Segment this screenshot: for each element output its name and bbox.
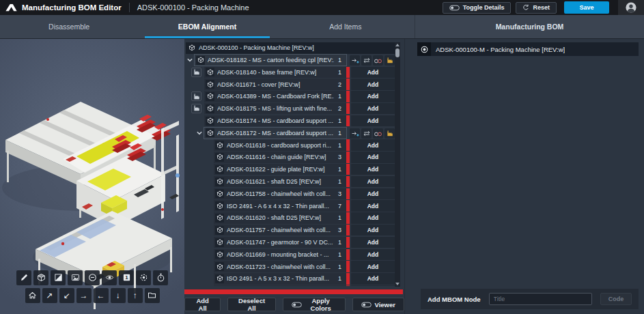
bom-item[interactable]: ADSK-018182 - MS - carton feeding cpl [R…: [195, 55, 346, 66]
mbom-panel: ADSK-000100-M - Packing Machine [REV:w] …: [404, 39, 644, 314]
apply-colors-toggle[interactable]: Apply Colors: [283, 298, 346, 311]
numbered-box-button[interactable]: 1: [119, 270, 134, 285]
arrow-right-button[interactable]: →: [76, 288, 92, 303]
add-button[interactable]: Add: [351, 164, 395, 175]
folder-button[interactable]: [145, 288, 160, 303]
minus-circle-button[interactable]: [85, 270, 100, 285]
add-button[interactable]: Add: [351, 91, 395, 102]
cube-button[interactable]: [33, 270, 48, 285]
bom-item[interactable]: ADSK-011723 - chainwheel with coll...1: [214, 261, 346, 272]
add-button[interactable]: Add: [351, 78, 395, 90]
insert-row-icon[interactable]: [350, 55, 360, 66]
bom-item[interactable]: ADSK-000100 - Packing Machine [REV:w]: [186, 42, 400, 54]
arrow-left-button[interactable]: ←: [94, 288, 109, 303]
part-icon: [215, 141, 224, 149]
tab-ebom-alignment[interactable]: EBOM Alignment: [138, 15, 276, 38]
timer-button[interactable]: [153, 270, 168, 285]
bom-item[interactable]: ADSK-011669 - mounting bracket - ...1: [214, 249, 346, 261]
bom-item[interactable]: ADSK-018172 - MS - cardboard support ...…: [204, 128, 346, 139]
arrow-up-right-button[interactable]: ↗: [42, 288, 57, 303]
arrow-down-button[interactable]: ↓: [111, 288, 126, 303]
bom-item[interactable]: ADSK-011620 - shaft D25 [REV:w]1: [214, 212, 346, 224]
add-button[interactable]: Add: [351, 115, 395, 127]
bom-item-title: ADSK-011758 - chainwheel with coll...: [227, 190, 334, 197]
add-button[interactable]: Add: [351, 249, 395, 261]
add-button[interactable]: Add: [351, 261, 395, 272]
add-button[interactable]: Add: [351, 200, 395, 212]
render-settings-button[interactable]: [136, 270, 151, 285]
add-button[interactable]: Add: [351, 225, 395, 236]
ebom-scrollbar[interactable]: [395, 42, 400, 287]
replace-icon[interactable]: [361, 128, 372, 139]
bom-item[interactable]: ADSK-018175 - MS - lifting unit with fin…: [204, 103, 346, 115]
home-button[interactable]: [25, 288, 40, 303]
add-button[interactable]: Add: [351, 139, 395, 151]
viewer-toggle[interactable]: Viewer: [352, 298, 404, 311]
code-button[interactable]: Code: [600, 293, 632, 305]
chevron-down-icon[interactable]: [186, 57, 193, 63]
bom-item[interactable]: ISO 2491 - A 6 x 4 x 32 - Thin parall...…: [214, 200, 346, 212]
bom-item[interactable]: ADSK-011726 - chainwheel with coll...1: [214, 285, 346, 286]
add-all-button[interactable]: Add All: [184, 298, 221, 311]
add-button[interactable]: Add: [351, 188, 395, 200]
bom-item[interactable]: ADSK-011671 - cover [REV:w]2: [204, 78, 346, 90]
viewer-panel[interactable]: 1 ↗↙→←↓↑: [0, 39, 184, 314]
user-avatar[interactable]: [618, 0, 644, 15]
deselect-all-button[interactable]: Deselect All: [227, 298, 275, 311]
add-button[interactable]: Add: [351, 237, 395, 248]
bom-item[interactable]: ADSK-011618 - cardboard support ri...1: [214, 139, 346, 151]
factory-assignment-button[interactable]: [191, 68, 201, 77]
factory-assignment-button[interactable]: [191, 104, 201, 113]
replace-icon[interactable]: [361, 55, 372, 66]
add-button[interactable]: Add: [351, 285, 395, 286]
bom-item[interactable]: ADSK-018174 - MS - cardboard support ...…: [204, 115, 346, 127]
link-icon[interactable]: [373, 55, 383, 66]
bom-item-title: ADSK-000100 - Packing Machine [REV:w]: [199, 44, 395, 51]
arrow-up-button[interactable]: ↑: [128, 288, 143, 303]
pen-button[interactable]: [16, 270, 31, 285]
bom-item[interactable]: ADSK-011616 - chain guide [REV:w]3: [214, 152, 346, 163]
bom-item[interactable]: ADSK-011621 - shaft D25 [REV:w]1: [214, 176, 346, 188]
bom-item[interactable]: ADSK-011747 - gearmotor - 90 V DC...1: [214, 237, 346, 248]
scroll-down-icon[interactable]: [395, 283, 400, 285]
insert-row-icon[interactable]: [350, 128, 360, 139]
contrast-button[interactable]: [51, 270, 66, 285]
mbom-root-node[interactable]: ADSK-000100-M - Packing Machine [REV:w]: [417, 42, 639, 56]
tab-bar: Disassemble EBOM Alignment Add Items Man…: [0, 15, 644, 39]
tab-disassemble[interactable]: Disassemble: [0, 15, 138, 38]
add-button[interactable]: Add: [351, 212, 395, 224]
factory-icon[interactable]: [384, 55, 395, 66]
tab-add-items[interactable]: Add Items: [277, 15, 415, 38]
bom-item[interactable]: ADSK-018140 - base frame [REV:w]1: [204, 67, 346, 78]
document-title: ADSK-000100 - Packing Machine: [137, 3, 249, 12]
toggle-details-button[interactable]: Toggle Details: [443, 2, 512, 14]
add-button[interactable]: Add: [351, 176, 395, 188]
chevron-down-icon[interactable]: [196, 130, 203, 137]
mbom-title-input[interactable]: [489, 293, 592, 305]
bom-item-qty: 3: [338, 227, 341, 233]
eye-button[interactable]: [102, 270, 117, 285]
factory-icon[interactable]: [384, 128, 395, 139]
scroll-up-icon[interactable]: [395, 44, 400, 46]
reset-button[interactable]: Reset: [516, 2, 557, 14]
add-button[interactable]: Add: [351, 273, 395, 285]
part-icon: [215, 189, 224, 198]
bom-item[interactable]: ADSK-014389 - MS - Cardboard Fork [RE...…: [204, 91, 346, 102]
image-button[interactable]: [68, 270, 83, 285]
link-icon[interactable]: [373, 128, 383, 139]
bom-item[interactable]: ADSK-011622 - guide plate [REV:w]1: [214, 164, 346, 175]
arrow-down-left-icon: ↙: [63, 291, 70, 300]
part-icon: [187, 44, 196, 53]
scrollbar-thumb[interactable]: [395, 48, 400, 57]
save-button[interactable]: Save: [564, 1, 609, 14]
add-button[interactable]: Add: [351, 103, 395, 115]
bom-item[interactable]: ISO 2491 - A 5 x 3 x 32 - Thin parall...…: [214, 273, 346, 285]
add-button[interactable]: Add: [351, 152, 395, 163]
bom-item-qty: 1: [338, 166, 341, 173]
arrow-down-icon: ↓: [116, 291, 120, 300]
bom-item[interactable]: ADSK-011757 - chainwheel with coll...3: [214, 225, 346, 236]
bom-item[interactable]: ADSK-011758 - chainwheel with coll...3: [214, 188, 346, 200]
arrow-down-left-button[interactable]: ↙: [59, 288, 74, 303]
factory-assignment-button[interactable]: [191, 91, 201, 101]
add-button[interactable]: Add: [351, 67, 395, 78]
